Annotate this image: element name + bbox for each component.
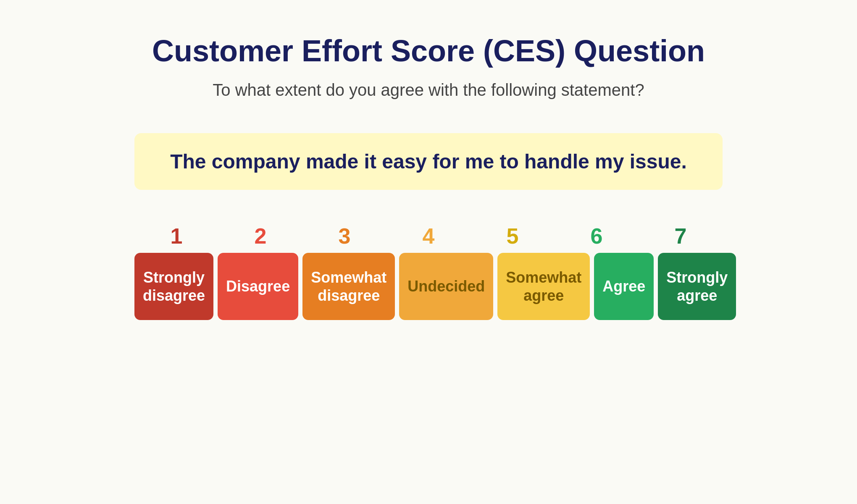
buttons-row: Strongly disagree Disagree Somewhat disa… (134, 253, 723, 320)
scale-number-3: 3 (302, 223, 386, 249)
scale-button-7[interactable]: Strongly agree (658, 253, 736, 320)
scale-button-6[interactable]: Agree (594, 253, 654, 320)
scale-button-3[interactable]: Somewhat disagree (302, 253, 395, 320)
scale-button-2[interactable]: Disagree (218, 253, 298, 320)
statement-box: The company made it easy for me to handl… (134, 133, 723, 190)
page-title: Customer Effort Score (CES) Question (152, 34, 705, 68)
scale-button-4[interactable]: Undecided (399, 253, 493, 320)
scale-number-4: 4 (386, 223, 471, 249)
scale-number-6: 6 (555, 223, 639, 249)
numbers-row: 1 2 3 4 5 6 7 (134, 223, 723, 249)
page-subtitle: To what extent do you agree with the fol… (213, 81, 644, 100)
statement-text: The company made it easy for me to handl… (170, 150, 687, 173)
scale-number-1: 1 (134, 223, 218, 249)
scale-container: 1 2 3 4 5 6 7 Strongly disagree Disagree… (134, 223, 723, 320)
scale-number-5: 5 (471, 223, 555, 249)
scale-button-5[interactable]: Somewhat agree (497, 253, 590, 320)
scale-number-2: 2 (218, 223, 302, 249)
scale-button-1[interactable]: Strongly disagree (134, 253, 213, 320)
scale-number-7: 7 (639, 223, 723, 249)
